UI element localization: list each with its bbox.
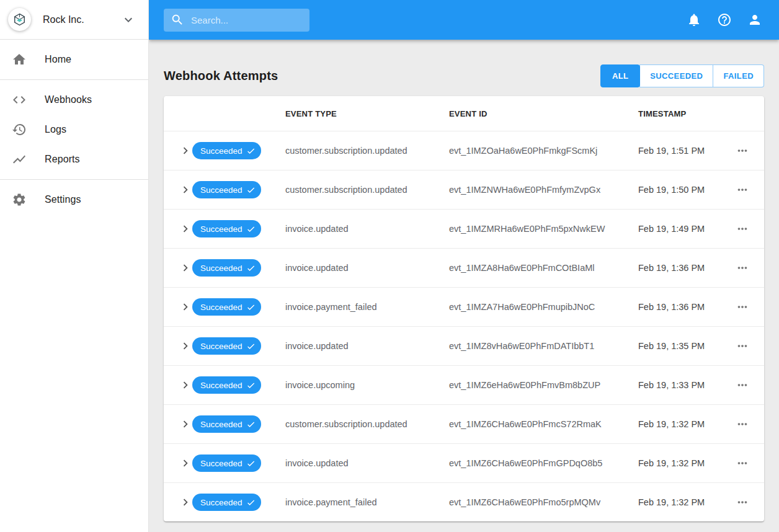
expand-chevron-right-icon[interactable]	[179, 222, 192, 236]
more-options-icon[interactable]	[736, 378, 749, 392]
status-badge: Succeeded	[192, 376, 261, 394]
timestamp-cell: Feb 19, 1:36 PM	[638, 263, 720, 273]
event-type-cell: invoice.updated	[285, 224, 449, 234]
status-badge-label: Succeeded	[200, 185, 243, 195]
account-person-icon[interactable]	[747, 12, 762, 27]
expand-chevron-right-icon[interactable]	[179, 339, 192, 353]
more-options-icon[interactable]	[736, 261, 749, 275]
status-badge-label: Succeeded	[200, 303, 243, 312]
status-badge-label: Succeeded	[200, 459, 243, 468]
sidebar-item-label: Settings	[45, 194, 81, 205]
sidebar-item-home[interactable]: Home	[0, 45, 148, 74]
timestamp-cell: Feb 19, 1:32 PM	[638, 497, 720, 507]
gear-icon	[12, 192, 27, 207]
more-options-icon[interactable]	[736, 339, 749, 353]
trending-up-icon	[12, 152, 27, 167]
more-options-icon[interactable]	[736, 417, 749, 431]
event-id-cell: evt_1IMZ6CHa6wE0PhFmGPDqO8b5	[449, 458, 638, 468]
table-row[interactable]: Succeeded invoice.upcoming evt_1IMZ6eHa6…	[164, 365, 764, 404]
sidebar-item-logs[interactable]: Logs	[0, 115, 148, 144]
help-icon[interactable]	[717, 12, 732, 27]
status-badge: Succeeded	[192, 415, 261, 433]
status-badge-label: Succeeded	[200, 498, 243, 507]
more-options-icon[interactable]	[736, 183, 749, 197]
table-row[interactable]: Succeeded invoice.payment_failed evt_1IM…	[164, 287, 764, 326]
expand-chevron-right-icon[interactable]	[179, 417, 192, 431]
expand-chevron-right-icon[interactable]	[179, 495, 192, 509]
event-id-cell: evt_1IMZ6CHa6wE0PhFmo5rpMQMv	[449, 497, 638, 507]
status-badge-label: Succeeded	[200, 146, 243, 156]
filter-succeeded-button[interactable]: SUCCEEDED	[639, 64, 713, 87]
table-row[interactable]: Succeeded invoice.updated evt_1IMZ6CHa6w…	[164, 443, 764, 482]
company-switcher[interactable]: Rock Inc.	[0, 0, 148, 40]
timestamp-cell: Feb 19, 1:32 PM	[638, 458, 720, 468]
appbar	[149, 0, 779, 40]
event-type-cell: customer.subscription.updated	[285, 419, 449, 429]
history-icon	[12, 122, 27, 137]
column-header-event-id: EVENT ID	[449, 109, 638, 118]
check-icon	[246, 459, 256, 468]
notifications-bell-icon[interactable]	[687, 12, 701, 27]
more-options-icon[interactable]	[736, 144, 749, 157]
status-badge: Succeeded	[192, 220, 261, 237]
check-icon	[246, 185, 256, 195]
event-id-cell: evt_1IMZA8Ha6wE0PhFmCOtBIaMl	[449, 263, 638, 273]
timestamp-cell: Feb 19, 1:35 PM	[638, 341, 720, 351]
sidebar-item-label: Logs	[45, 124, 66, 135]
chevron-down-icon	[121, 12, 136, 27]
search-icon	[171, 13, 184, 27]
expand-chevron-right-icon[interactable]	[179, 378, 192, 392]
expand-chevron-right-icon[interactable]	[179, 261, 192, 275]
table-row[interactable]: Succeeded invoice.updated evt_1IMZ8vHa6w…	[164, 326, 764, 365]
status-badge-label: Succeeded	[200, 224, 243, 234]
content: Webhook Attempts ALL SUCCEEDED FAILED EV…	[149, 40, 779, 532]
search-box[interactable]	[164, 9, 309, 32]
sidebar-item-settings[interactable]: Settings	[0, 185, 148, 215]
event-id-cell: evt_1IMZ8vHa6wE0PhFmDATIbbT1	[449, 341, 638, 351]
event-id-cell: evt_1IMZNWHa6wE0PhFmfymZvpGx	[449, 185, 638, 195]
timestamp-cell: Feb 19, 1:51 PM	[638, 146, 720, 156]
table-row[interactable]: Succeeded invoice.payment_failed evt_1IM…	[164, 482, 764, 521]
status-badge: Succeeded	[192, 454, 261, 472]
event-type-cell: invoice.updated	[285, 263, 449, 273]
status-badge-label: Succeeded	[200, 342, 243, 351]
sidebar-item-label: Webhooks	[45, 94, 92, 105]
table-row[interactable]: Succeeded customer.subscription.updated …	[164, 404, 764, 443]
event-id-cell: evt_1IMZA7Ha6wE0PhFmupibJNoC	[449, 302, 638, 312]
expand-chevron-right-icon[interactable]	[179, 144, 192, 157]
more-options-icon[interactable]	[736, 300, 749, 314]
expand-chevron-right-icon[interactable]	[179, 456, 192, 470]
event-id-cell: evt_1IMZOaHa6wE0PhFmkgFScmKj	[449, 146, 638, 156]
status-badge-label: Succeeded	[200, 381, 243, 390]
status-badge: Succeeded	[192, 494, 261, 511]
filter-all-button[interactable]: ALL	[600, 64, 640, 87]
table-row[interactable]: Succeeded customer.subscription.updated …	[164, 131, 764, 170]
sidebar-item-reports[interactable]: Reports	[0, 144, 148, 174]
filter-failed-button[interactable]: FAILED	[713, 64, 764, 87]
more-options-icon[interactable]	[736, 456, 749, 470]
table-row[interactable]: Succeeded customer.subscription.updated …	[164, 170, 764, 209]
column-header-event-type: EVENT TYPE	[285, 109, 449, 118]
more-options-icon[interactable]	[736, 222, 749, 236]
sidebar: Rock Inc. Home Webhooks Logs	[0, 0, 149, 532]
more-options-icon[interactable]	[736, 495, 749, 509]
check-icon	[246, 264, 256, 273]
status-badge-label: Succeeded	[200, 420, 243, 429]
sidebar-item-webhooks[interactable]: Webhooks	[0, 85, 148, 115]
event-id-cell: evt_1IMZ6CHa6wE0PhFmcS72RmaK	[449, 419, 638, 429]
expand-chevron-right-icon[interactable]	[179, 300, 192, 314]
table-body: Succeeded customer.subscription.updated …	[164, 131, 764, 521]
table-header-row: EVENT TYPE EVENT ID TIMESTAMP	[164, 96, 764, 131]
expand-chevron-right-icon[interactable]	[179, 183, 192, 197]
code-icon	[12, 92, 27, 107]
table-row[interactable]: Succeeded invoice.updated evt_1IMZMRHa6w…	[164, 209, 764, 248]
check-icon	[246, 303, 256, 312]
event-type-cell: customer.subscription.updated	[285, 185, 449, 195]
webhook-attempts-table: EVENT TYPE EVENT ID TIMESTAMP Succeeded …	[164, 96, 764, 521]
status-badge: Succeeded	[192, 181, 261, 198]
timestamp-cell: Feb 19, 1:50 PM	[638, 185, 720, 195]
search-input[interactable]	[191, 15, 303, 25]
check-icon	[246, 381, 256, 390]
table-row[interactable]: Succeeded invoice.updated evt_1IMZA8Ha6w…	[164, 248, 764, 287]
event-id-cell: evt_1IMZMRHa6wE0PhFm5pxNwkEW	[449, 224, 638, 234]
